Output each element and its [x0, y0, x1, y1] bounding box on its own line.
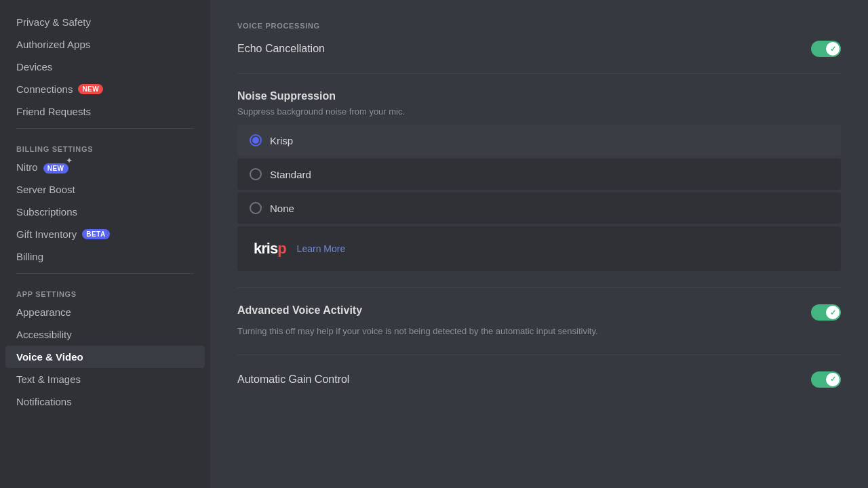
- auto-gain-control-label: Automatic Gain Control: [237, 373, 349, 386]
- noise-suppression-title: Noise Suppression: [237, 90, 841, 102]
- auto-gain-control-row: Automatic Gain Control: [237, 371, 841, 388]
- sidebar-item-text-images[interactable]: Text & Images: [5, 368, 205, 390]
- sidebar-item-label: Billing: [16, 251, 43, 262]
- sidebar-item-privacy-safety[interactable]: Privacy & Safety: [5, 11, 205, 33]
- sidebar-item-label: Authorized Apps: [16, 39, 90, 50]
- sidebar-item-voice-video[interactable]: Voice & Video: [5, 346, 205, 368]
- sidebar-item-label: Subscriptions: [16, 206, 77, 218]
- sidebar-item-label: Friend Requests: [16, 106, 91, 117]
- divider-1: [237, 73, 841, 74]
- noise-suppression-subtitle: Suppress background noise from your mic.: [237, 106, 841, 117]
- sidebar-item-appearance[interactable]: Appearance: [5, 301, 205, 323]
- sidebar-item-label: Text & Images: [16, 373, 81, 385]
- auto-gain-control-toggle[interactable]: [811, 371, 841, 388]
- sidebar-section-app: APP SETTINGS Appearance Accessibility Vo…: [5, 279, 205, 413]
- radio-option-krisp[interactable]: Krisp: [237, 125, 841, 156]
- star-icon: ✦: [66, 156, 73, 165]
- billing-settings-label: BILLING SETTINGS: [5, 134, 205, 156]
- sidebar-item-authorized-apps[interactable]: Authorized Apps: [5, 33, 205, 56]
- sidebar-section-billing: BILLING SETTINGS Nitro NEW ✦ Server Boos…: [5, 134, 205, 268]
- divider-3: [237, 354, 841, 355]
- toggle-knob-ava: [826, 306, 840, 319]
- sidebar-item-gift-inventory[interactable]: Gift Inventory BETA: [5, 223, 205, 245]
- learn-more-link[interactable]: Learn More: [297, 243, 346, 254]
- advanced-voice-text: Advanced Voice Activity: [237, 304, 362, 317]
- sidebar-item-label: Gift Inventory: [16, 228, 77, 240]
- sidebar-item-subscriptions[interactable]: Subscriptions: [5, 201, 205, 223]
- main-content: VOICE PROCESSING Echo Cancellation Noise…: [210, 0, 868, 488]
- sidebar-item-label: Connections: [16, 83, 73, 95]
- advanced-voice-desc: Turning this off may help if your voice …: [237, 325, 698, 338]
- noise-suppression-section: Noise Suppression Suppress background no…: [237, 90, 841, 271]
- radio-label-none: None: [270, 203, 294, 214]
- beta-badge: BETA: [82, 229, 109, 239]
- sidebar: Privacy & Safety Authorized Apps Devices…: [0, 0, 210, 488]
- sidebar-item-label: Appearance: [16, 306, 71, 318]
- radio-label-krisp: Krisp: [270, 135, 293, 146]
- radio-option-none[interactable]: None: [237, 192, 841, 224]
- krisp-info-box: krisp Learn More: [237, 226, 841, 271]
- new-purple-badge: NEW: [43, 163, 68, 174]
- sidebar-item-label: Accessibility: [16, 329, 72, 340]
- new-badge: NEW: [78, 84, 103, 94]
- sidebar-item-label: Voice & Video: [16, 351, 83, 363]
- radio-label-standard: Standard: [270, 169, 311, 180]
- nitro-badge-wrap: NEW ✦: [43, 161, 68, 173]
- sidebar-section-privacy: Privacy & Safety Authorized Apps Devices…: [5, 11, 205, 123]
- app-settings-label: APP SETTINGS: [5, 279, 205, 301]
- advanced-voice-activity-row: Advanced Voice Activity Turning this off…: [237, 304, 841, 338]
- sidebar-item-label: Server Boost: [16, 184, 75, 195]
- krisp-logo: krisp: [254, 240, 286, 258]
- echo-cancellation-label: Echo Cancellation: [237, 43, 325, 55]
- echo-cancellation-row: Echo Cancellation: [237, 41, 841, 57]
- advanced-voice-toggle[interactable]: [811, 304, 841, 321]
- toggle-knob-agc: [826, 373, 840, 386]
- divider-billing: [16, 128, 194, 129]
- sidebar-item-accessibility[interactable]: Accessibility: [5, 323, 205, 346]
- radio-dot-krisp: [252, 137, 259, 144]
- echo-cancellation-toggle[interactable]: [811, 41, 841, 57]
- sidebar-item-devices[interactable]: Devices: [5, 56, 205, 78]
- radio-circle-standard: [250, 168, 262, 180]
- sidebar-item-nitro[interactable]: Nitro NEW ✦: [5, 156, 205, 178]
- advanced-voice-title: Advanced Voice Activity: [237, 304, 362, 317]
- sidebar-item-notifications[interactable]: Notifications: [5, 390, 205, 413]
- toggle-knob: [826, 42, 840, 56]
- divider-app: [16, 273, 194, 274]
- voice-processing-label: VOICE PROCESSING: [237, 22, 841, 30]
- divider-2: [237, 287, 841, 288]
- sidebar-item-label: Nitro: [16, 161, 38, 173]
- radio-circle-krisp: [250, 134, 262, 146]
- sidebar-item-billing[interactable]: Billing: [5, 245, 205, 268]
- sidebar-item-label: Devices: [16, 61, 52, 73]
- radio-circle-none: [250, 202, 262, 214]
- sidebar-item-label: Notifications: [16, 396, 72, 407]
- sidebar-item-label: Privacy & Safety: [16, 16, 91, 28]
- sidebar-item-friend-requests[interactable]: Friend Requests: [5, 100, 205, 123]
- radio-option-standard[interactable]: Standard: [237, 159, 841, 190]
- sidebar-item-server-boost[interactable]: Server Boost: [5, 178, 205, 201]
- sidebar-item-connections[interactable]: Connections NEW: [5, 78, 205, 100]
- advanced-voice-header: Advanced Voice Activity: [237, 304, 841, 321]
